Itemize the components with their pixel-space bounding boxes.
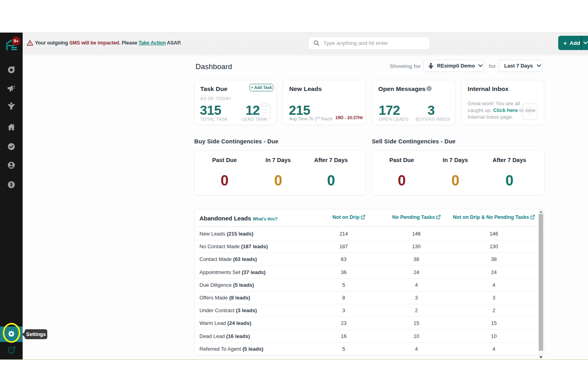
svg-text:i: i [429, 87, 430, 91]
svg-text:$: $ [10, 182, 13, 187]
svg-text:9+: 9+ [14, 39, 18, 43]
